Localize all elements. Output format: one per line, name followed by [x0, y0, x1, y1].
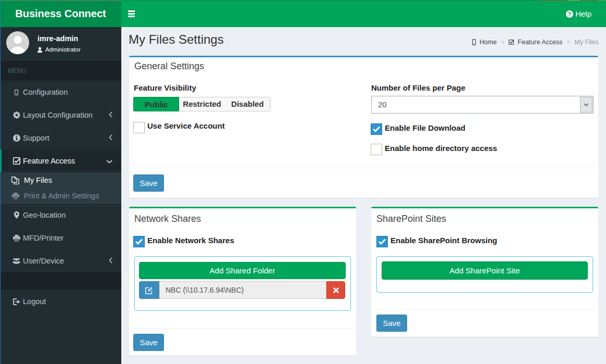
- svg-text:?: ?: [568, 10, 572, 17]
